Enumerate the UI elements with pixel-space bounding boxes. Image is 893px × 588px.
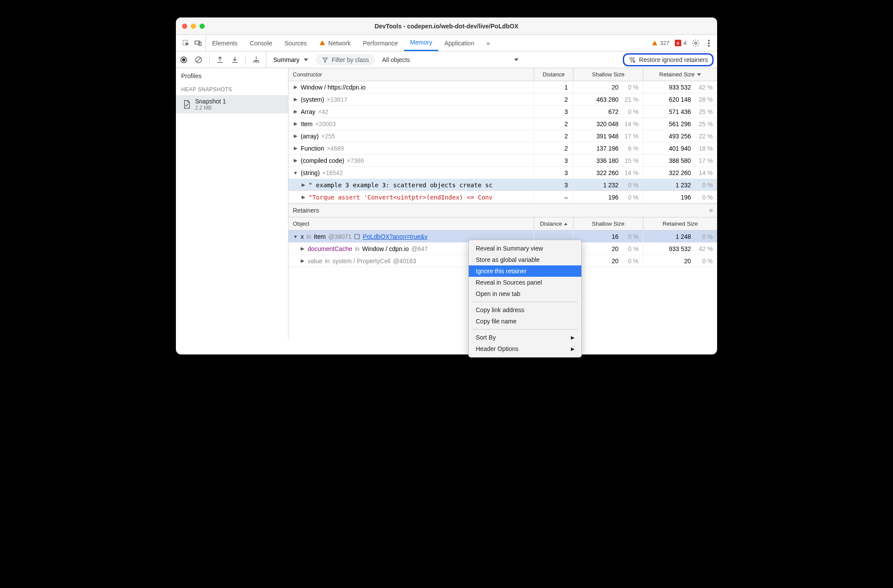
disclosure-icon[interactable]: ▶ <box>293 121 298 127</box>
menu-item-label: Sort By <box>476 334 496 341</box>
table-row[interactable]: ▶ (system) ×13817 2 463 28021 % 620 1482… <box>289 93 717 106</box>
retained-value: 388 580 <box>669 157 691 164</box>
retained-pct: 0 % <box>695 258 713 265</box>
device-icon[interactable] <box>194 39 202 47</box>
retainers-menu-icon[interactable]: ≡ <box>709 207 713 214</box>
svg-point-8 <box>182 58 185 62</box>
toolbar-left <box>179 52 266 68</box>
chevron-down-icon[interactable] <box>514 58 519 61</box>
submenu-arrow-icon: ▶ <box>571 335 574 340</box>
export-icon[interactable] <box>216 55 224 64</box>
disclosure-icon[interactable]: ▶ <box>293 84 298 90</box>
tab-more[interactable]: » <box>481 35 496 51</box>
tab-application[interactable]: Application <box>438 35 481 51</box>
inspect-icon[interactable] <box>182 39 190 47</box>
context-menu: Reveal in Summary viewStore as global va… <box>468 240 582 358</box>
shallow-value: 463 280 <box>596 96 618 103</box>
svg-line-10 <box>196 57 201 62</box>
retained-value: 401 940 <box>669 145 691 152</box>
disclosure-icon[interactable]: ▶ <box>293 133 298 139</box>
constructor-rows: ▶ Window / https://cdpn.io 1 200 % 933 5… <box>289 81 717 203</box>
disclosure-icon[interactable]: ▶ <box>293 145 298 151</box>
retained-value: 322 260 <box>669 169 691 176</box>
view-dropdown[interactable]: Summary <box>271 56 311 63</box>
error-count[interactable]: × 4 <box>675 40 687 46</box>
retained-value: 620 148 <box>669 96 691 103</box>
tab-console[interactable]: Console <box>244 35 278 51</box>
col-ret-distance[interactable]: Distance <box>534 217 573 230</box>
col-distance[interactable]: Distance <box>534 68 573 81</box>
minimize-button[interactable] <box>191 24 196 29</box>
gear-icon[interactable] <box>692 39 700 47</box>
table-row[interactable]: ▶ Array ×42 3 6720 % 571 43625 % <box>289 106 717 118</box>
col-shallow[interactable]: Shallow Size <box>573 68 643 81</box>
shallow-value: 322 260 <box>596 169 618 176</box>
disclosure-icon[interactable]: ▶ <box>300 246 305 251</box>
table-row[interactable]: ▶ " example 3 example 3: scattered objec… <box>289 179 717 191</box>
shallow-pct: 0 % <box>623 258 639 265</box>
disclosure-icon[interactable]: ▶ <box>293 109 298 114</box>
menu-item[interactable]: Copy link address <box>469 304 581 316</box>
shallow-value: 672 <box>608 108 618 115</box>
close-button[interactable] <box>182 24 187 29</box>
maximize-button[interactable] <box>199 24 205 29</box>
menu-item[interactable]: Header Options▶ <box>469 343 581 354</box>
col-ret-shallow[interactable]: Shallow Size <box>573 217 643 230</box>
disclosure-icon[interactable]: ▶ <box>301 194 306 200</box>
disclosure-icon[interactable]: ▶ <box>293 96 298 102</box>
table-row[interactable]: ▼ (string) ×16542 3 322 26014 % 322 2601… <box>289 167 717 179</box>
tab-network-label: Network <box>328 40 350 47</box>
disclosure-icon[interactable]: ▼ <box>293 170 298 175</box>
col-object[interactable]: Object <box>289 220 534 227</box>
broom-icon[interactable] <box>252 55 261 64</box>
col-constructor[interactable]: Constructor <box>289 71 534 78</box>
table-row[interactable]: ▶ Function ×4689 2 137 1966 % 401 94018 … <box>289 142 717 155</box>
disclosure-icon[interactable]: ▶ <box>300 258 305 264</box>
menu-item[interactable]: Open in new tab <box>469 288 581 299</box>
table-row[interactable]: ▶ "Torque assert 'Convert<uintptr>(endIn… <box>289 191 717 203</box>
col-ret-retained[interactable]: Retained Size <box>643 217 717 230</box>
constructor-label: (system) <box>301 96 324 103</box>
menu-item[interactable]: Store as global variable <box>469 254 581 265</box>
disclosure-icon[interactable]: ▼ <box>293 234 298 239</box>
menu-item[interactable]: Reveal in Sources panel <box>469 277 581 288</box>
profiles-title: Profiles <box>176 68 288 84</box>
retained-value: 933 532 <box>669 84 691 91</box>
table-row[interactable]: ▶ Window / https://cdpn.io 1 200 % 933 5… <box>289 81 717 93</box>
clear-icon[interactable] <box>194 55 203 64</box>
shallow-value: 20 <box>611 245 618 252</box>
table-row[interactable]: ▶ (compiled code) ×7386 3 336 18015 % 38… <box>289 155 717 167</box>
record-icon[interactable] <box>179 55 188 64</box>
menu-item[interactable]: Copy file name <box>469 316 581 327</box>
tab-performance[interactable]: Performance <box>357 35 404 51</box>
tab-network[interactable]: Network <box>313 35 357 51</box>
table-row[interactable]: ▶ (array) ×255 2 391 94817 % 493 25622 % <box>289 130 717 142</box>
menu-item[interactable]: Sort By▶ <box>469 332 581 343</box>
menu-item[interactable]: Reveal in Summary view <box>469 243 581 254</box>
disclosure-icon[interactable]: ▶ <box>301 182 306 188</box>
col-retained[interactable]: Retained Size <box>643 68 717 81</box>
instance-count: ×13817 <box>327 96 347 103</box>
sort-asc-icon <box>564 223 567 225</box>
tab-sources[interactable]: Sources <box>278 35 313 51</box>
document-icon <box>354 234 360 240</box>
all-objects-dropdown[interactable]: All objects <box>382 56 410 63</box>
tab-elements[interactable]: Elements <box>206 35 244 51</box>
table-row[interactable]: ▶ Item ×20003 2 320 04814 % 561 29625 % <box>289 118 717 130</box>
constructor-label: Item <box>301 120 313 127</box>
restore-ignored-retainers-button[interactable]: Restore ignored retainers <box>623 53 714 66</box>
import-icon[interactable] <box>230 55 239 64</box>
retained-pct: 42 % <box>695 84 713 91</box>
filter-input[interactable]: Filter by class <box>316 54 375 65</box>
distance-value: – <box>534 191 573 203</box>
kebab-icon[interactable] <box>705 39 713 47</box>
warning-count[interactable]: 327 <box>652 40 670 46</box>
disclosure-icon[interactable]: ▶ <box>293 158 298 163</box>
shallow-pct: 14 % <box>623 120 639 127</box>
snapshot-item[interactable]: Snapshot 1 2.2 MB <box>176 95 288 113</box>
distance-value: 3 <box>534 167 573 179</box>
menu-item[interactable]: Ignore this retainer <box>469 265 581 277</box>
tab-memory[interactable]: Memory <box>404 35 439 51</box>
source-link[interactable]: PoLdbOX?anon=true&v <box>363 233 427 240</box>
retained-value: 933 532 <box>669 245 691 252</box>
